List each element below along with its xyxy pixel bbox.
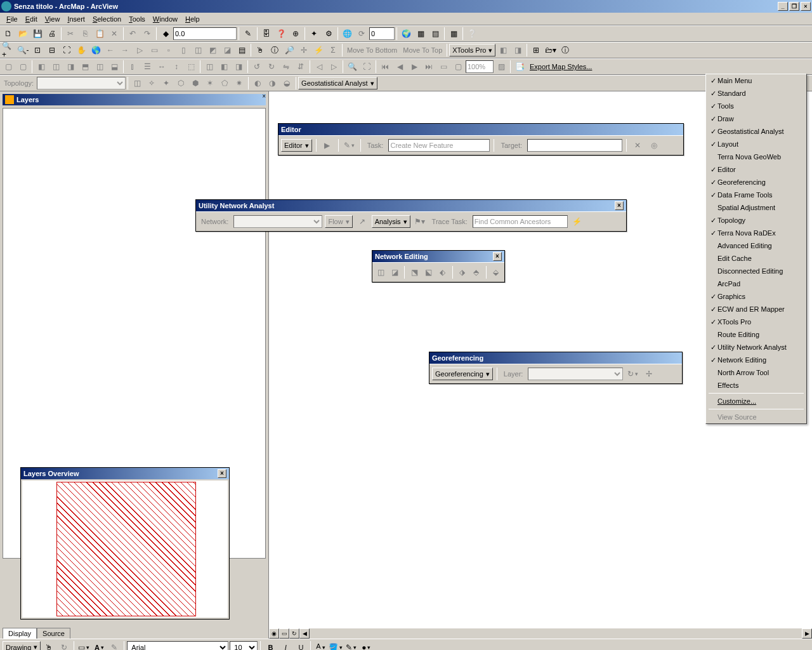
network-editing-window[interactable]: Network Editing × ◫ ◪ ⬔ ⬕ ⬖ ⬗ ⬘ ⬙ <box>372 250 505 282</box>
nudge-right-icon[interactable]: ▷ <box>327 60 341 74</box>
zoom-page-icon[interactable]: 🔍 <box>345 60 359 74</box>
ecw-icon[interactable]: 🌍 <box>399 27 413 41</box>
rotate-element-icon[interactable]: ↻ <box>57 640 71 651</box>
menu-file[interactable]: File <box>3 14 22 24</box>
geostat-dropdown[interactable]: Geostatistical Analyst▾ <box>298 77 377 90</box>
menu-selection[interactable]: Selection <box>89 14 125 24</box>
cm-item-draw[interactable]: ✓Draw <box>706 112 806 125</box>
cm-item-edit-cache[interactable]: Edit Cache <box>706 252 806 265</box>
toc-close-icon[interactable]: × <box>262 93 266 100</box>
clear-selection-icon[interactable]: ▫ <box>162 43 176 57</box>
cm-item-topology[interactable]: ✓Topology <box>706 214 806 227</box>
scroll-right-icon[interactable]: ▶ <box>802 628 812 639</box>
cm-item-disconnected-editing[interactable]: Disconnected Editing <box>706 265 806 277</box>
misc3-icon[interactable]: ◪ <box>220 43 234 57</box>
cm-item-xtools-pro[interactable]: ✓XTools Pro <box>706 315 806 328</box>
minimize-button[interactable]: _ <box>778 2 788 11</box>
data-view-icon[interactable]: ◉ <box>269 628 279 639</box>
cm-item-layout[interactable]: ✓Layout <box>706 138 806 150</box>
same-width-icon[interactable]: ↔ <box>155 60 169 74</box>
utility-close-icon[interactable]: × <box>615 201 624 210</box>
cm-item-tools[interactable]: ✓Tools <box>706 100 806 112</box>
new-icon[interactable]: 🗋 <box>1 27 15 41</box>
rotate-icon[interactable]: ⟳ <box>355 27 369 41</box>
align-left-icon[interactable]: ◧ <box>34 60 48 74</box>
next-extent-icon[interactable]: → <box>118 43 132 57</box>
xtools-info-icon[interactable]: ⓘ <box>558 43 572 57</box>
cm-item-standard[interactable]: ✓Standard <box>706 87 806 100</box>
netedit-icon-7[interactable]: ⬘ <box>471 265 482 279</box>
editor-toolbar-icon[interactable]: ✎ <box>241 27 255 41</box>
layout-icon-1[interactable]: ▢ <box>1 60 15 74</box>
fixed-zoom-out-icon[interactable]: ⊟ <box>45 43 59 57</box>
netedit-icon-1[interactable]: ◫ <box>375 265 386 279</box>
editor-window[interactable]: Editor Editor▾ ▶ ✎ Task: Target: ✕ ◎ <box>278 123 684 156</box>
page-first-icon[interactable]: ⏮ <box>378 60 392 74</box>
redo-icon[interactable]: ↷ <box>140 27 154 41</box>
cm-item-network-editing[interactable]: ✓Network Editing <box>706 354 806 366</box>
cm-item-advanced-editing[interactable]: Advanced Editing <box>706 239 806 252</box>
help-pointer-icon[interactable]: ❓ <box>274 27 288 41</box>
topo-icon-2[interactable]: ✧ <box>145 76 159 90</box>
measure-icon[interactable]: ⚡ <box>311 43 325 57</box>
full-extent-icon[interactable]: ⛶ <box>60 43 74 57</box>
attributes-icon[interactable]: ✕ <box>631 138 645 152</box>
netedit-icon-3[interactable]: ⬔ <box>409 265 420 279</box>
er-icon[interactable]: ▦ <box>414 27 428 41</box>
analysis-dropdown[interactable]: Analysis▾ <box>372 215 410 228</box>
cm-item-arcpad[interactable]: ArcPad <box>706 277 806 290</box>
cm-item-terra-nova-radex[interactable]: ✓Terra Nova RaDEx <box>706 227 806 239</box>
fill-color-icon[interactable]: 🪣 <box>329 640 343 651</box>
help-icon[interactable]: ❔ <box>465 27 479 41</box>
rotate-right-icon[interactable]: ↻ <box>265 60 278 74</box>
export-map-styles-label[interactable]: Export Map Styles... <box>527 63 594 70</box>
flag-icon[interactable]: ⚑▾ <box>413 215 427 229</box>
cm-item-route-editing[interactable]: Route Editing <box>706 328 806 341</box>
underline-icon[interactable]: U <box>294 640 308 651</box>
list-icon[interactable]: ▤ <box>235 43 249 57</box>
undo-icon[interactable]: ↶ <box>126 27 140 41</box>
cm-item-utility-network-analyst[interactable]: ✓Utility Network Analyst <box>706 341 806 354</box>
prev-extent-icon[interactable]: ← <box>103 43 117 57</box>
topo-icon-6[interactable]: ✶ <box>203 76 217 90</box>
xtools-btn4-icon[interactable]: 🗁▾ <box>544 43 558 57</box>
cm-item-geostatistical-analyst[interactable]: ✓Geostatistical Analyst <box>706 125 806 138</box>
close-button[interactable]: × <box>801 2 811 11</box>
cm-item-north-arrow-tool[interactable]: North Arrow Tool <box>706 366 806 379</box>
cm-item-georeferencing[interactable]: ✓Georeferencing <box>706 176 806 189</box>
scale-input[interactable] <box>173 27 237 40</box>
page-last-icon[interactable]: ⏭ <box>422 60 436 74</box>
page-fit-icon[interactable]: ▢ <box>451 60 465 74</box>
cm-item-terra-nova-geoweb[interactable]: Terra Nova GeoWeb <box>706 150 806 163</box>
export-map-icon[interactable]: 📑 <box>513 60 527 74</box>
select-elements-icon[interactable]: ▯ <box>176 43 190 57</box>
menu-window[interactable]: Window <box>149 14 181 24</box>
align-right-icon[interactable]: ◨ <box>63 60 77 74</box>
tab-display[interactable]: Display <box>3 628 37 639</box>
georef-rotate-icon[interactable]: ↻ <box>625 367 639 381</box>
utility-network-window[interactable]: Utility Network Analyst × Network: Flow▾… <box>195 199 627 232</box>
topo-icon-7[interactable]: ⬠ <box>218 76 232 90</box>
forward-icon[interactable]: ▷ <box>133 43 147 57</box>
topo-icon-1[interactable]: ◫ <box>130 76 144 90</box>
layers-overview-close-icon[interactable]: × <box>218 469 226 478</box>
rectangle-tool-icon[interactable]: ▭ <box>77 640 91 651</box>
menu-insert[interactable]: Insert <box>63 14 89 24</box>
netedit-icon-4[interactable]: ⬕ <box>422 265 434 279</box>
select-elements-icon[interactable]: 🖱 <box>42 640 56 651</box>
select-features-icon[interactable]: ▭ <box>147 43 161 57</box>
misc1-icon[interactable]: ◫ <box>191 43 205 57</box>
table-icon[interactable]: ▦ <box>447 27 461 41</box>
marker-color-icon[interactable]: ● <box>359 640 373 651</box>
rotate-left-icon[interactable]: ↺ <box>250 60 264 74</box>
xtools-btn3-icon[interactable]: ⊞ <box>529 43 543 57</box>
cm-customize[interactable]: Customize... <box>706 395 806 408</box>
xtools-dropdown[interactable]: XTools Pro▾ <box>449 44 495 56</box>
netedit-icon-5[interactable]: ⬖ <box>437 265 449 279</box>
netedit-icon-2[interactable]: ◪ <box>389 265 400 279</box>
cm-item-ecw-and-er-mapper[interactable]: ✓ECW and ER Mapper <box>706 303 806 315</box>
flip-h-icon[interactable]: ⇋ <box>279 60 293 74</box>
zoom-in-icon[interactable]: 🔍+ <box>1 43 15 57</box>
cm-item-editor[interactable]: ✓Editor <box>706 163 806 176</box>
dist-v-icon[interactable]: ☰ <box>140 60 154 74</box>
